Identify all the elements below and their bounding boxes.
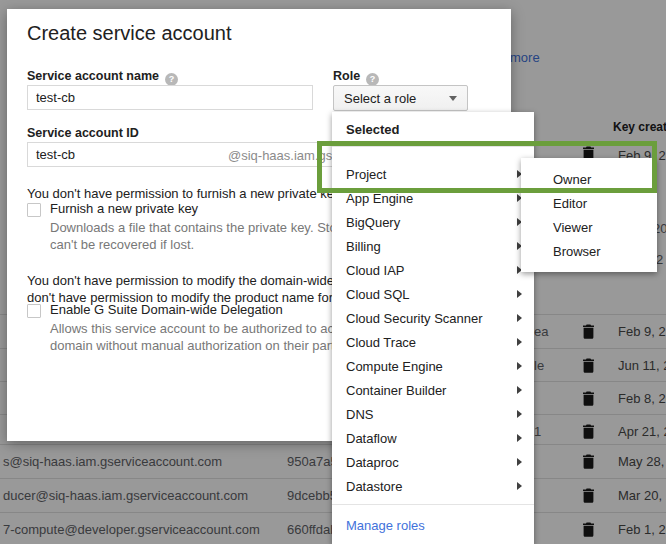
furnish-key-label: Furnish a new private key bbox=[50, 201, 198, 216]
role-menu-item-dataproc[interactable]: Dataproc bbox=[332, 450, 534, 474]
role-menu-item-cloud-sql[interactable]: Cloud SQL bbox=[332, 282, 534, 306]
submenu-item-editor[interactable]: Editor bbox=[521, 191, 657, 215]
service-account-id-label: Service account ID bbox=[27, 126, 139, 140]
role-menu-selected-header: Selected bbox=[332, 112, 534, 147]
submenu-arrow-icon bbox=[517, 410, 522, 418]
domain-permission-line1: You don't have permission to modify the … bbox=[27, 272, 345, 289]
submenu-arrow-icon bbox=[517, 386, 522, 394]
domain-delegation-label: Enable G Suite Domain-wide Delegation bbox=[50, 302, 283, 317]
service-account-name-input[interactable] bbox=[27, 85, 313, 110]
screenshot-root: more Key creat Feb 9, 2 20 2 ea Feb 9, 2… bbox=[0, 0, 666, 544]
submenu-arrow-icon bbox=[517, 482, 522, 490]
submenu-item-viewer[interactable]: Viewer bbox=[521, 215, 657, 239]
domain-delegation-checkbox[interactable] bbox=[27, 304, 41, 318]
delegation-help-line2: domain without manual authorization on t… bbox=[50, 337, 375, 354]
role-menu-item-billing[interactable]: Billing bbox=[332, 234, 534, 258]
role-menu-item-container-builder[interactable]: Container Builder bbox=[332, 378, 534, 402]
role-menu-item-dataflow[interactable]: Dataflow bbox=[332, 426, 534, 450]
submenu-item-owner[interactable]: Owner bbox=[521, 167, 657, 191]
submenu-arrow-icon bbox=[517, 362, 522, 370]
role-menu-item-project[interactable]: Project bbox=[332, 162, 534, 186]
role-label: Role? bbox=[333, 69, 379, 86]
role-menu-item-app-engine[interactable]: App Engine bbox=[332, 186, 534, 210]
chevron-down-icon bbox=[449, 96, 457, 101]
role-menu-item-cloud-security-scanner[interactable]: Cloud Security Scanner bbox=[332, 306, 534, 330]
project-role-submenu: Owner Editor Viewer Browser bbox=[521, 158, 657, 272]
role-select[interactable]: Select a role bbox=[333, 85, 468, 111]
furnish-key-help-line2: can't be recovered if lost. bbox=[50, 236, 194, 253]
role-menu-items: Project App Engine BigQuery Billing Clou… bbox=[332, 147, 534, 498]
role-menu-item-compute-engine[interactable]: Compute Engine bbox=[332, 354, 534, 378]
role-menu-item-bigquery[interactable]: BigQuery bbox=[332, 210, 534, 234]
role-menu-item-cloud-iap[interactable]: Cloud IAP bbox=[332, 258, 534, 282]
submenu-arrow-icon bbox=[517, 434, 522, 442]
role-menu-item-datastore[interactable]: Datastore bbox=[332, 474, 534, 498]
key-permission-notice: You don't have permission to furnish a n… bbox=[27, 185, 343, 202]
role-select-value: Select a role bbox=[344, 91, 416, 106]
service-account-name-label: Service account name? bbox=[27, 69, 178, 86]
manage-roles-link[interactable]: Manage roles bbox=[332, 504, 534, 544]
furnish-key-checkbox[interactable] bbox=[27, 203, 41, 217]
role-menu-item-cloud-trace[interactable]: Cloud Trace bbox=[332, 330, 534, 354]
submenu-arrow-icon bbox=[517, 290, 522, 298]
submenu-arrow-icon bbox=[517, 458, 522, 466]
submenu-arrow-icon bbox=[517, 338, 522, 346]
service-account-id-domain-suffix: @siq-haas.iam.gs bbox=[228, 148, 332, 163]
delegation-help-line1: Allows this service account to be author… bbox=[50, 320, 377, 337]
submenu-item-browser[interactable]: Browser bbox=[521, 239, 657, 263]
dialog-title: Create service account bbox=[27, 22, 232, 45]
role-dropdown-menu: Selected Project App Engine BigQuery Bil… bbox=[332, 112, 534, 544]
submenu-arrow-icon bbox=[517, 314, 522, 322]
role-menu-item-dns[interactable]: DNS bbox=[332, 402, 534, 426]
